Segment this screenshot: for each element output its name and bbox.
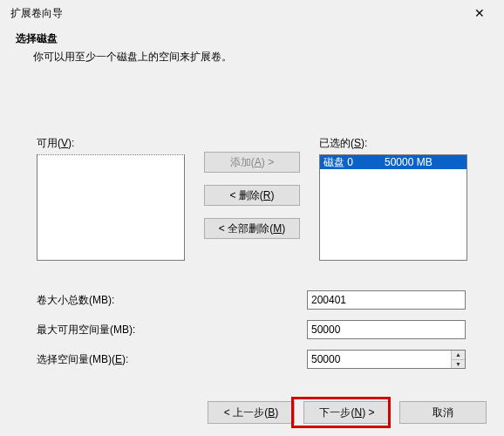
transfer-buttons: 添加(A) > < 删除(R) < 全部删除(M) <box>185 136 319 239</box>
back-button[interactable]: < 上一步(B) <box>208 401 295 424</box>
header-subtitle: 你可以用至少一个磁盘上的空间来扩展卷。 <box>16 50 488 65</box>
available-label: 可用(V): <box>37 136 185 151</box>
header-title: 选择磁盘 <box>16 31 488 46</box>
selected-disk-size: 50000 MB <box>385 155 432 169</box>
cancel-button[interactable]: 取消 <box>399 401 487 424</box>
spinner-buttons: ▲ ▼ <box>451 351 465 368</box>
remove-all-button[interactable]: < 全部删除(M) <box>204 218 300 239</box>
selected-column: 已选的(S): 磁盘 0 50000 MB <box>319 136 467 261</box>
wizard-footer: < 上一步(B) 下一步(N) > 取消 <box>208 401 487 424</box>
total-size-label: 卷大小总数(MB): <box>37 293 307 308</box>
disk-lists-row: 可用(V): 添加(A) > < 删除(R) < 全部删除(M) 已选的(S):… <box>37 136 467 261</box>
max-space-label: 最大可用空间量(MB): <box>37 323 307 337</box>
max-space-value: 50000 <box>307 320 466 339</box>
titlebar: 扩展卷向导 ✕ <box>0 0 504 26</box>
max-space-row: 最大可用空间量(MB): 50000 <box>37 315 467 344</box>
wizard-header: 选择磁盘 你可以用至少一个磁盘上的空间来扩展卷。 <box>0 26 504 75</box>
select-space-label: 选择空间量(MB)(E): <box>37 352 307 367</box>
total-size-value: 200401 <box>307 290 466 310</box>
available-listbox[interactable] <box>37 154 185 261</box>
window-title: 扩展卷向导 <box>7 6 462 21</box>
add-button[interactable]: 添加(A) > <box>204 152 300 173</box>
selected-disk-item[interactable]: 磁盘 0 50000 MB <box>320 155 467 169</box>
selected-listbox[interactable]: 磁盘 0 50000 MB <box>319 154 467 261</box>
select-space-row: 选择空间量(MB)(E): ▲ ▼ <box>37 344 467 374</box>
selected-disk-name: 磁盘 0 <box>324 155 385 169</box>
close-icon[interactable]: ✕ <box>462 1 497 25</box>
spinner-up-icon[interactable]: ▲ <box>452 351 465 360</box>
next-button[interactable]: 下一步(N) > <box>303 401 391 424</box>
total-size-row: 卷大小总数(MB): 200401 <box>37 285 467 315</box>
available-column: 可用(V): <box>37 136 185 261</box>
size-fields: 卷大小总数(MB): 200401 最大可用空间量(MB): 50000 选择空… <box>37 285 467 374</box>
select-space-spinner[interactable]: ▲ ▼ <box>307 350 466 369</box>
select-space-input[interactable] <box>308 351 451 368</box>
spinner-down-icon[interactable]: ▼ <box>452 360 465 369</box>
wizard-body: 可用(V): 添加(A) > < 删除(R) < 全部删除(M) 已选的(S):… <box>0 75 504 374</box>
selected-label: 已选的(S): <box>319 136 467 151</box>
wizard-window: 扩展卷向导 ✕ 选择磁盘 你可以用至少一个磁盘上的空间来扩展卷。 可用(V): … <box>0 0 504 436</box>
remove-button[interactable]: < 删除(R) <box>204 185 300 206</box>
